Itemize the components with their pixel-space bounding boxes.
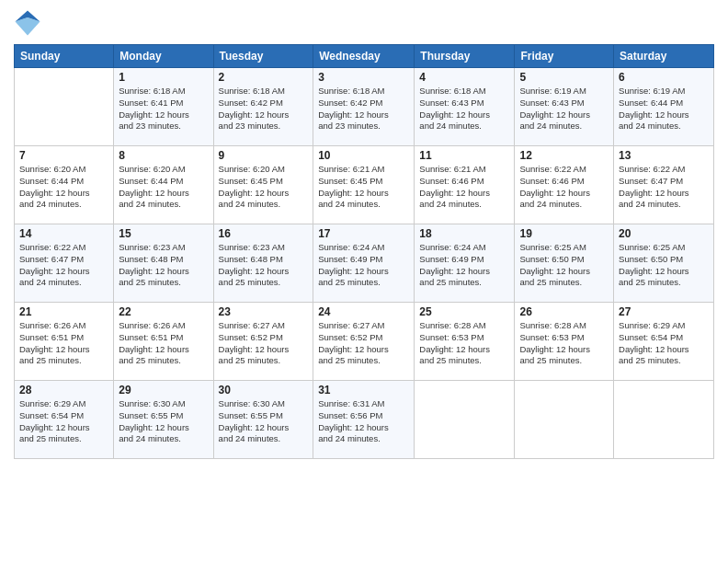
day-number: 1 — [119, 71, 208, 84]
header-day-friday: Friday — [515, 45, 614, 68]
day-info: Sunrise: 6:18 AM Sunset: 6:42 PM Dayligh… — [219, 86, 309, 132]
week-row-1: 7Sunrise: 6:20 AM Sunset: 6:44 PM Daylig… — [15, 146, 714, 224]
header-day-monday: Monday — [114, 45, 213, 68]
calendar-cell: 30Sunrise: 6:30 AM Sunset: 6:55 PM Dayli… — [213, 381, 313, 459]
calendar-cell: 2Sunrise: 6:18 AM Sunset: 6:42 PM Daylig… — [213, 68, 313, 146]
week-row-3: 21Sunrise: 6:26 AM Sunset: 6:51 PM Dayli… — [15, 303, 714, 381]
week-row-0: 1Sunrise: 6:18 AM Sunset: 6:41 PM Daylig… — [15, 68, 714, 146]
calendar-cell: 24Sunrise: 6:27 AM Sunset: 6:52 PM Dayli… — [313, 303, 415, 381]
day-number: 20 — [619, 227, 709, 240]
day-info: Sunrise: 6:24 AM Sunset: 6:49 PM Dayligh… — [318, 242, 409, 289]
calendar-cell: 5Sunrise: 6:19 AM Sunset: 6:43 PM Daylig… — [515, 68, 614, 146]
calendar-cell — [515, 381, 614, 459]
day-info: Sunrise: 6:23 AM Sunset: 6:48 PM Dayligh… — [119, 242, 208, 289]
day-info: Sunrise: 6:28 AM Sunset: 6:53 PM Dayligh… — [519, 320, 609, 367]
calendar-cell: 31Sunrise: 6:31 AM Sunset: 6:56 PM Dayli… — [313, 381, 415, 459]
calendar-cell: 23Sunrise: 6:27 AM Sunset: 6:52 PM Dayli… — [213, 303, 313, 381]
calendar-cell: 12Sunrise: 6:22 AM Sunset: 6:46 PM Dayli… — [515, 146, 614, 224]
calendar-cell: 29Sunrise: 6:30 AM Sunset: 6:55 PM Dayli… — [114, 381, 213, 459]
calendar-cell: 20Sunrise: 6:25 AM Sunset: 6:50 PM Dayli… — [614, 224, 714, 303]
week-row-2: 14Sunrise: 6:22 AM Sunset: 6:47 PM Dayli… — [15, 224, 714, 303]
day-number: 21 — [19, 305, 108, 318]
day-number: 24 — [318, 305, 409, 318]
day-number: 25 — [419, 305, 509, 318]
calendar-cell: 19Sunrise: 6:25 AM Sunset: 6:50 PM Dayli… — [515, 224, 614, 303]
day-number: 19 — [519, 227, 609, 240]
calendar-cell: 6Sunrise: 6:19 AM Sunset: 6:44 PM Daylig… — [614, 68, 714, 146]
day-info: Sunrise: 6:23 AM Sunset: 6:48 PM Dayligh… — [219, 242, 309, 289]
calendar-cell: 18Sunrise: 6:24 AM Sunset: 6:49 PM Dayli… — [415, 224, 515, 303]
day-number: 29 — [119, 384, 208, 396]
day-info: Sunrise: 6:24 AM Sunset: 6:49 PM Dayligh… — [419, 242, 509, 289]
day-number: 23 — [219, 305, 309, 318]
day-number: 10 — [318, 149, 409, 162]
day-number: 12 — [519, 149, 609, 162]
calendar-cell — [614, 381, 714, 459]
page: SundayMondayTuesdayWednesdayThursdayFrid… — [0, 0, 728, 563]
header-day-saturday: Saturday — [614, 45, 714, 68]
calendar-cell: 28Sunrise: 6:29 AM Sunset: 6:54 PM Dayli… — [15, 381, 114, 459]
logo-icon — [14, 9, 41, 37]
calendar-cell: 25Sunrise: 6:28 AM Sunset: 6:53 PM Dayli… — [415, 303, 515, 381]
day-number: 7 — [19, 149, 108, 162]
day-info: Sunrise: 6:27 AM Sunset: 6:52 PM Dayligh… — [219, 320, 309, 367]
calendar-cell: 21Sunrise: 6:26 AM Sunset: 6:51 PM Dayli… — [15, 303, 114, 381]
day-info: Sunrise: 6:29 AM Sunset: 6:54 PM Dayligh… — [19, 398, 108, 445]
header-day-sunday: Sunday — [15, 45, 114, 68]
logo — [14, 9, 45, 37]
day-info: Sunrise: 6:19 AM Sunset: 6:44 PM Dayligh… — [619, 86, 709, 132]
day-info: Sunrise: 6:31 AM Sunset: 6:56 PM Dayligh… — [318, 398, 409, 445]
calendar-cell: 26Sunrise: 6:28 AM Sunset: 6:53 PM Dayli… — [515, 303, 614, 381]
calendar-cell: 13Sunrise: 6:22 AM Sunset: 6:47 PM Dayli… — [614, 146, 714, 224]
day-info: Sunrise: 6:18 AM Sunset: 6:43 PM Dayligh… — [419, 86, 509, 132]
calendar-cell — [15, 68, 114, 146]
day-info: Sunrise: 6:29 AM Sunset: 6:54 PM Dayligh… — [619, 320, 709, 367]
day-info: Sunrise: 6:21 AM Sunset: 6:45 PM Dayligh… — [318, 164, 409, 211]
day-info: Sunrise: 6:26 AM Sunset: 6:51 PM Dayligh… — [19, 320, 108, 367]
calendar-cell: 8Sunrise: 6:20 AM Sunset: 6:44 PM Daylig… — [114, 146, 213, 224]
day-number: 14 — [19, 227, 108, 240]
day-number: 2 — [219, 71, 309, 84]
day-number: 13 — [619, 149, 709, 162]
calendar-cell: 17Sunrise: 6:24 AM Sunset: 6:49 PM Dayli… — [313, 224, 415, 303]
day-info: Sunrise: 6:22 AM Sunset: 6:47 PM Dayligh… — [19, 242, 108, 289]
calendar-cell: 11Sunrise: 6:21 AM Sunset: 6:46 PM Dayli… — [415, 146, 515, 224]
day-number: 8 — [119, 149, 208, 162]
day-info: Sunrise: 6:18 AM Sunset: 6:41 PM Dayligh… — [119, 86, 208, 132]
calendar-cell: 4Sunrise: 6:18 AM Sunset: 6:43 PM Daylig… — [415, 68, 515, 146]
day-info: Sunrise: 6:21 AM Sunset: 6:46 PM Dayligh… — [419, 164, 509, 211]
day-info: Sunrise: 6:19 AM Sunset: 6:43 PM Dayligh… — [519, 86, 609, 132]
day-number: 17 — [318, 227, 409, 240]
calendar-cell: 27Sunrise: 6:29 AM Sunset: 6:54 PM Dayli… — [614, 303, 714, 381]
day-info: Sunrise: 6:25 AM Sunset: 6:50 PM Dayligh… — [619, 242, 709, 289]
day-number: 22 — [119, 305, 208, 318]
day-number: 15 — [119, 227, 208, 240]
day-number: 11 — [419, 149, 509, 162]
header-row: SundayMondayTuesdayWednesdayThursdayFrid… — [15, 45, 714, 68]
calendar-cell: 10Sunrise: 6:21 AM Sunset: 6:45 PM Dayli… — [313, 146, 415, 224]
day-number: 28 — [19, 384, 108, 396]
day-info: Sunrise: 6:30 AM Sunset: 6:55 PM Dayligh… — [119, 398, 208, 445]
day-info: Sunrise: 6:20 AM Sunset: 6:45 PM Dayligh… — [219, 164, 309, 211]
calendar-cell: 9Sunrise: 6:20 AM Sunset: 6:45 PM Daylig… — [213, 146, 313, 224]
day-number: 4 — [419, 71, 509, 84]
calendar-cell: 22Sunrise: 6:26 AM Sunset: 6:51 PM Dayli… — [114, 303, 213, 381]
day-number: 9 — [219, 149, 309, 162]
calendar-cell: 14Sunrise: 6:22 AM Sunset: 6:47 PM Dayli… — [15, 224, 114, 303]
day-info: Sunrise: 6:20 AM Sunset: 6:44 PM Dayligh… — [19, 164, 108, 211]
day-number: 18 — [419, 227, 509, 240]
day-info: Sunrise: 6:28 AM Sunset: 6:53 PM Dayligh… — [419, 320, 509, 367]
day-info: Sunrise: 6:30 AM Sunset: 6:55 PM Dayligh… — [219, 398, 309, 445]
week-row-4: 28Sunrise: 6:29 AM Sunset: 6:54 PM Dayli… — [15, 381, 714, 459]
day-info: Sunrise: 6:27 AM Sunset: 6:52 PM Dayligh… — [318, 320, 409, 367]
calendar-cell: 7Sunrise: 6:20 AM Sunset: 6:44 PM Daylig… — [15, 146, 114, 224]
day-info: Sunrise: 6:20 AM Sunset: 6:44 PM Dayligh… — [119, 164, 208, 211]
calendar-cell: 3Sunrise: 6:18 AM Sunset: 6:42 PM Daylig… — [313, 68, 415, 146]
day-info: Sunrise: 6:22 AM Sunset: 6:46 PM Dayligh… — [519, 164, 609, 211]
day-number: 26 — [519, 305, 609, 318]
day-number: 5 — [519, 71, 609, 84]
day-info: Sunrise: 6:18 AM Sunset: 6:42 PM Dayligh… — [318, 86, 409, 132]
header-day-thursday: Thursday — [415, 45, 515, 68]
day-number: 3 — [318, 71, 409, 84]
header-day-wednesday: Wednesday — [313, 45, 415, 68]
